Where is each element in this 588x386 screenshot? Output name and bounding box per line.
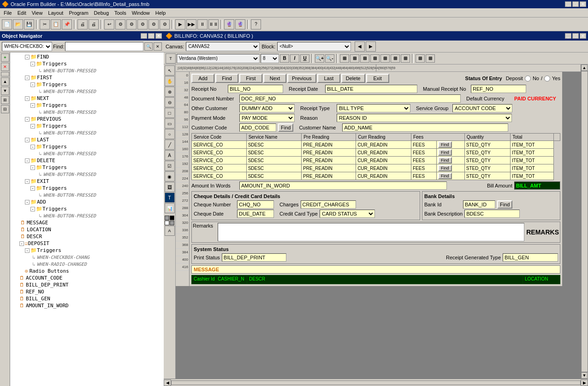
canvas-prev-btn[interactable]: ◀ [355,41,365,52]
rounded-tool[interactable]: ▭ [165,118,175,129]
td-sdesc-5[interactable]: SDESC [246,172,302,180]
first-toggle[interactable]: - [25,76,30,80]
zoom-tool[interactable]: ⊕ [165,87,175,97]
image-tool[interactable]: 🖼 [165,182,175,192]
group-btn[interactable]: ⊞ [416,54,425,63]
receipt-date-input[interactable] [325,85,417,93]
bank-desc-input[interactable] [464,210,520,218]
nav-search-dropdown[interactable]: WHEN-CHECKBO: [2,42,52,51]
print2-btn[interactable]: 🖨 [89,19,99,29]
tree-item-last-triggers[interactable]: - 📁 Triggers [11,143,163,150]
bill-amount-input[interactable] [514,181,560,190]
delete-toggle[interactable]: - [25,158,30,163]
tree-item-bill-gen[interactable]: 🗒 BILL_GEN [11,295,163,302]
exit-toggle[interactable]: - [25,179,30,184]
deposit-yes-radio[interactable] [544,76,550,82]
td-qty-3[interactable]: STED_QTY [464,157,511,164]
cheque-date-input[interactable] [237,210,274,218]
nav-add-btn[interactable]: + [1,53,9,62]
canvas-dropdown[interactable]: CANVAS2 [186,42,260,51]
exit-btn[interactable]: Exit [366,74,389,83]
find-btn[interactable]: Find [215,74,238,83]
space-btn[interactable]: ⊞ [401,54,410,63]
service-group-select[interactable]: ACCOUNT CODE [452,104,512,112]
td-fees-3[interactable]: FEES [411,157,436,164]
exit-triggers-toggle[interactable]: - [30,186,35,191]
tree-item-previous[interactable]: - 📁 PREVIOUS [11,116,163,123]
td-pre-3[interactable]: PRE_READIN [302,157,356,164]
zoom-out-btn[interactable]: 🔍- [325,54,334,63]
ellipse-tool[interactable]: ○ [165,129,175,139]
deposit-triggers-toggle[interactable]: - [25,248,30,253]
doc-number-input[interactable] [239,94,461,103]
canvas-next-btn[interactable]: ▶ [366,41,376,52]
text2-tool[interactable]: T [165,193,175,203]
underline-btn[interactable]: U [300,54,309,63]
swatch-gray2[interactable] [170,221,174,225]
tree-item-next-wbp[interactable]: ↳ WHEN-BUTTON-PRESSED [11,109,163,116]
wizard2-btn[interactable]: 🔮 [235,19,245,29]
compile3-btn[interactable]: ⚙ [137,19,148,29]
save-btn[interactable]: 💾 [24,19,34,29]
find-toggle[interactable]: - [25,55,30,59]
copy-btn[interactable]: 📋 [51,19,61,29]
td-fees-2[interactable]: FEES [411,149,436,157]
ungroup-btn[interactable]: ⊞ [426,54,435,63]
nav-expand-btn[interactable]: ⊞ [1,96,9,104]
td-total-3[interactable]: ITEM_TOT [511,157,554,164]
canvas-minimize-btn[interactable]: _ [565,33,571,39]
td-total-2[interactable]: ITEM_TOT [511,149,554,157]
last-btn[interactable]: Last [317,74,340,83]
chart-tool[interactable]: 📊 [165,203,175,213]
td-fees-1[interactable]: FEES [411,141,436,149]
scroll-track[interactable] [581,71,588,372]
tree-item-add[interactable]: - 📁 ADD [11,199,163,205]
tree-item-previous-triggers[interactable]: - 📁 Triggers [11,123,163,129]
compile2-btn[interactable]: ⚙ [126,19,137,29]
undo-btn[interactable]: ↩ [104,19,114,29]
bank-find-btn[interactable]: Find [497,200,512,209]
menu-help[interactable]: Help [153,9,169,17]
receipt-no-input[interactable] [228,85,283,93]
compile4-btn[interactable]: ⚙ [148,19,159,29]
tree-item-delete-triggers[interactable]: - 📁 Triggers [11,164,163,171]
hscroll-left-btn[interactable]: ◀ [164,380,171,386]
td-pre-2[interactable]: PRE_READIN [302,149,356,157]
tree-item-account-code[interactable]: 🗒 ACCOUNT_CODE [11,275,163,281]
charges-input[interactable] [301,200,356,209]
print-status-input[interactable] [222,253,286,262]
tree-item-ref-no[interactable]: 🗒 REF_NO [11,288,163,295]
td-qty-5[interactable]: STED_QTY [464,172,511,180]
print-btn[interactable]: 🖨 [77,19,88,29]
text-tool[interactable]: A [165,150,175,160]
line-tool[interactable]: ╱ [165,140,175,150]
td-curr-2[interactable]: CUR_READIN [356,149,411,157]
canvas-close-btn[interactable]: ✕ [580,33,586,39]
next-triggers-toggle[interactable]: - [30,103,35,108]
nav-up-btn[interactable]: ▲ [1,77,9,86]
hscroll-track[interactable] [171,380,581,385]
font-select[interactable]: Verdana (Western) [177,54,260,63]
td-qty-2[interactable]: STED_QTY [464,149,511,157]
td-find-4[interactable]: Find [437,164,465,172]
tree-item-add-wbp[interactable]: ↳ WHEN-BUTTON-PRESSED [11,212,163,219]
td-curr-4[interactable]: CUR_READIN [356,164,411,172]
size-select[interactable]: 8 [261,54,279,63]
td-pre-4[interactable]: PRE_READIN [302,164,356,172]
remarks-textarea[interactable] [218,223,524,241]
open-btn[interactable]: 📂 [13,19,23,29]
td-find-3[interactable]: Find [437,157,465,164]
reason-select[interactable]: REASON ID [337,114,512,122]
hand-tool[interactable]: ✋ [165,76,175,86]
td-pre-1[interactable]: PRE_READIN [302,141,356,149]
td-sdesc-2[interactable]: SDESC [246,149,302,157]
menu-window[interactable]: Window [129,9,153,17]
td-fees-4[interactable]: FEES [411,164,436,172]
tree-item-previous-wbp[interactable]: ↳ WHEN-BUTTON-PRESSED [11,129,163,136]
customer-find-btn[interactable]: Find [278,123,293,132]
canvas-content-area[interactable]: |16|32|48|64|80|96|112|128|144|160|176|1… [176,64,581,379]
td-pre-5[interactable]: PRE_READIN [302,172,356,180]
previous-triggers-toggle[interactable]: - [30,124,35,129]
rectangle-tool[interactable]: □ [165,108,175,118]
compile5-btn[interactable]: ⚙ [160,19,170,29]
